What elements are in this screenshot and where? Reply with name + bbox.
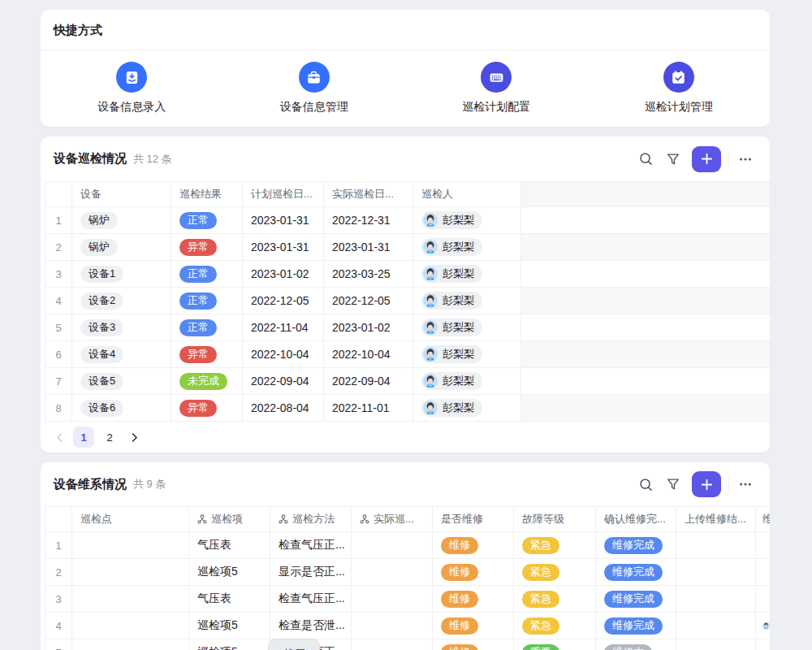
person-cell (756, 532, 770, 558)
actual-cell (352, 613, 433, 639)
upload-cell (676, 559, 756, 585)
shortcut-item[interactable]: 巡检计划管理 (645, 62, 713, 115)
confirm-cell: 维修完成 (596, 532, 676, 558)
shortcut-item[interactable]: 设备信息管理 (280, 62, 348, 115)
method-cell: 显示是否正... (270, 559, 352, 585)
pagination-prev[interactable] (50, 428, 68, 446)
table-row[interactable]: 5巡检项5显示是否正...维修重要维修中 (45, 639, 770, 650)
page-1[interactable]: 1 (73, 427, 94, 448)
filter-icon[interactable] (662, 148, 685, 171)
result-badge: 异常 (179, 346, 217, 363)
shortcut-label: 巡检计划配置 (462, 100, 530, 115)
person-cell (756, 613, 770, 639)
shortcuts-card: 快捷方式 设备信息录入设备信息管理巡检计划配置巡检计划管理 (41, 10, 770, 127)
inspector-name: 彭梨梨 (443, 240, 474, 254)
add-record-button[interactable] (692, 471, 721, 497)
result-badge: 正常 (179, 292, 217, 310)
planned-date-cell: 2022-12-05 (243, 288, 324, 314)
result-badge: 正常 (179, 319, 217, 336)
maintenance-card: 设备维系情况 共 9 条 巡检点巡检项巡检方法实际巡...是否维修故障等级确认维… (41, 462, 770, 650)
column-header: 确认维修完... (596, 507, 676, 531)
row-number: 4 (45, 613, 72, 639)
row-number: 1 (45, 532, 72, 558)
point-cell (72, 532, 189, 558)
actual-date-cell: 2022-10-04 (324, 341, 413, 367)
table-row[interactable]: 8设备6异常2022-08-042022-11-01彭梨梨 (45, 395, 770, 422)
header-filler (521, 182, 770, 206)
device-chip: 设备3 (80, 319, 123, 336)
column-header-label: 巡检项 (211, 512, 243, 526)
inspection-card: 设备巡检情况 共 12 条 设备巡检结果计划巡检日...实际巡检日...巡检人1… (41, 136, 770, 453)
table-row[interactable]: 3设备1正常2023-01-022023-03-25彭梨梨 (45, 261, 770, 288)
column-header-label: 巡检方法 (292, 512, 335, 526)
device-cell: 锅炉 (72, 234, 171, 260)
column-header: 是否维修 (433, 507, 514, 531)
add-record-button[interactable] (692, 146, 721, 172)
avatar (423, 240, 438, 254)
table-row[interactable]: 5设备3正常2022-11-042023-01-02彭梨梨 (45, 314, 770, 341)
page-2[interactable]: 2 (99, 427, 120, 448)
avatar (762, 617, 770, 635)
inspector-name: 彭梨梨 (443, 347, 474, 362)
table-row[interactable]: 1气压表检查气压正...维修紧急维修完成 (45, 532, 770, 559)
row-number: 3 (45, 261, 72, 287)
table-row[interactable]: 3气压表检查气压正...维修紧急维修完成 (45, 586, 770, 613)
point-cell (72, 559, 189, 585)
toolbar-divider (728, 477, 729, 492)
point-cell (72, 613, 189, 639)
level-cell: 紧急 (514, 586, 596, 612)
inspector-chip: 彭梨梨 (421, 318, 482, 336)
more-icon[interactable] (734, 473, 757, 496)
avatar (423, 320, 438, 335)
search-icon[interactable] (634, 473, 657, 496)
inspector-name: 彭梨梨 (443, 320, 474, 335)
person-cell (756, 586, 770, 612)
inspection-count: 共 12 条 (133, 152, 172, 167)
row-filler (521, 261, 770, 287)
pagination-next[interactable] (125, 428, 143, 446)
column-header-label: 故障等级 (522, 512, 564, 526)
shortcut-item[interactable]: 巡检计划配置 (462, 62, 530, 115)
table-row[interactable]: 2锅炉异常2023-01-312023-01-31彭梨梨 (45, 234, 770, 261)
item-cell: 巡检项5 (189, 613, 270, 639)
repair-cell: 维修 (433, 532, 514, 558)
method-cell: 检查气压正... (270, 532, 352, 558)
actual-date-cell: 2023-01-02 (324, 314, 413, 340)
planned-date-cell: 2022-09-04 (243, 368, 324, 394)
table-row[interactable]: 6设备4异常2022-10-042022-10-04彭梨梨 (45, 341, 770, 368)
result-cell: 正常 (171, 314, 243, 340)
actual-cell (352, 532, 433, 558)
upload-cell (676, 639, 756, 650)
column-header-label: 维 (762, 512, 770, 526)
actual-date-cell: 2022-11-01 (324, 395, 413, 421)
actual-date-cell: 2023-03-25 (324, 261, 413, 287)
column-header-label: 上传维修结... (685, 512, 746, 526)
search-icon[interactable] (634, 148, 657, 171)
inspector-cell: 彭梨梨 (413, 341, 521, 367)
filter-icon[interactable] (662, 473, 685, 496)
repair-badge: 维修 (441, 564, 478, 581)
planned-date-cell: 2022-11-04 (243, 314, 324, 340)
confirm-badge: 维修完成 (604, 564, 663, 581)
row-number: 8 (45, 395, 72, 421)
point-cell (72, 586, 189, 612)
level-badge: 重要 (522, 644, 559, 650)
table-row[interactable]: 1锅炉正常2023-01-312022-12-31彭梨梨 (45, 207, 770, 234)
table-row[interactable]: 2巡检项5显示是否正...维修紧急维修完成 (45, 559, 770, 586)
table-row[interactable]: 7设备5未完成2022-09-042022-09-04彭梨梨 (45, 368, 770, 395)
maintenance-title: 设备维系情况 (54, 477, 127, 492)
row-filler (521, 341, 770, 367)
column-header: 巡检人 (413, 182, 521, 206)
inspection-table: 设备巡检结果计划巡检日...实际巡检日...巡检人1锅炉正常2023-01-31… (45, 181, 770, 422)
more-icon[interactable] (734, 148, 757, 171)
shortcut-item[interactable]: 设备信息录入 (97, 62, 166, 115)
result-cell: 异常 (171, 341, 243, 367)
upload-cell (676, 613, 756, 639)
table-row[interactable]: 4设备2正常2022-12-052022-12-05彭梨梨 (45, 288, 770, 314)
device-cell: 设备5 (72, 368, 171, 394)
table-header-row: 设备巡检结果计划巡检日...实际巡检日...巡检人 (45, 182, 770, 207)
column-header: 实际巡... (352, 507, 433, 531)
table-row[interactable]: 4巡检项5检查是否泄...维修紧急维修完成 (45, 613, 770, 639)
device-chip: 锅炉 (80, 239, 118, 256)
avatar (423, 347, 438, 362)
